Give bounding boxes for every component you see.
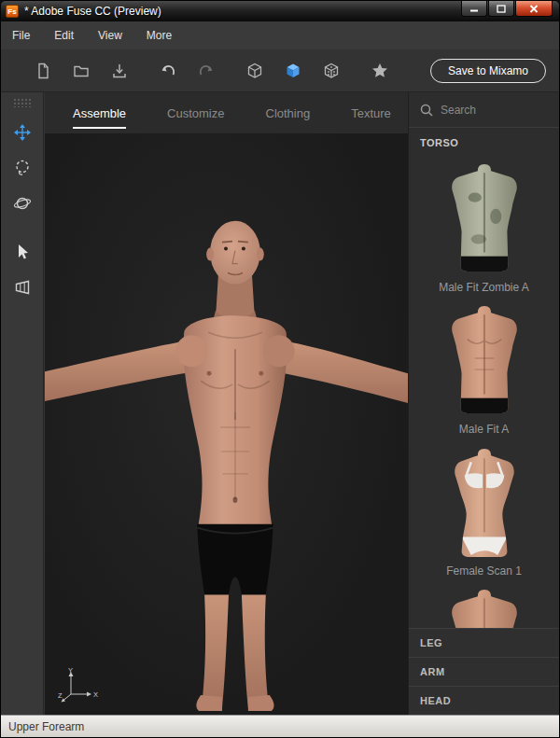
app-window: Fs * Adobe Fuse CC (Preview) File Edit V… xyxy=(0,0,560,738)
axis-gizmo: Y X Z xyxy=(58,666,101,703)
status-text: Upper Forearm xyxy=(8,720,84,733)
lasso-tool-icon xyxy=(13,159,32,177)
section-header-leg[interactable]: LEG xyxy=(409,628,559,657)
view-wireframe-button[interactable] xyxy=(245,61,265,81)
thumbnail-label: Male Fit A xyxy=(459,423,509,436)
lasso-tool-button[interactable] xyxy=(1,150,44,186)
view-textured-button[interactable] xyxy=(321,61,342,81)
move-tool-icon xyxy=(13,123,32,142)
torso-male-thumbnail xyxy=(436,303,533,417)
search-icon xyxy=(420,104,433,117)
character-model[interactable] xyxy=(45,133,408,715)
search-bar xyxy=(409,92,559,128)
torso-thumbnail-list: Male Fit Zombie A xyxy=(409,152,559,628)
menubar: File Edit View More xyxy=(1,21,559,49)
close-icon xyxy=(529,5,539,13)
list-item-torso-male-fit[interactable]: Male Fit A xyxy=(409,294,559,436)
search-input[interactable] xyxy=(441,104,545,117)
axis-y-label: Y xyxy=(68,666,73,675)
section-header-torso[interactable]: TORSO xyxy=(409,128,559,152)
favorites-button[interactable] xyxy=(370,61,390,81)
window-title: * Adobe Fuse CC (Preview) xyxy=(24,5,460,18)
viewport-3d[interactable]: Y X Z xyxy=(45,133,408,715)
list-item-torso-female-scan[interactable]: Female Scan 1 xyxy=(409,436,559,578)
import-button[interactable] xyxy=(109,61,130,81)
cube-textured-icon xyxy=(322,62,341,80)
menu-more[interactable]: More xyxy=(147,29,172,42)
redo-button[interactable] xyxy=(196,61,217,81)
torso-zombie-thumbnail xyxy=(436,161,533,275)
tool-rail xyxy=(1,92,44,715)
thumbnail-label: Male Fit Zombie A xyxy=(439,281,529,294)
new-document-icon xyxy=(34,62,52,80)
maximize-icon xyxy=(497,5,506,13)
tab-clothing[interactable]: Clothing xyxy=(266,106,311,120)
select-tool-icon xyxy=(13,243,32,261)
thumbnail-label: Female Scan 1 xyxy=(446,564,522,578)
axis-x-label: X xyxy=(93,690,98,699)
maximize-button[interactable] xyxy=(488,1,514,17)
tool-rail-grip xyxy=(13,98,31,107)
view-shaded-button[interactable] xyxy=(283,61,303,81)
toolbar: Save to Mixamo xyxy=(1,49,559,92)
save-to-mixamo-button[interactable]: Save to Mixamo xyxy=(430,59,546,83)
move-tool-button[interactable] xyxy=(1,115,44,150)
section-header-arm[interactable]: ARM xyxy=(409,657,559,686)
undo-button[interactable] xyxy=(158,61,178,81)
minimize-button[interactable] xyxy=(461,1,487,17)
list-item-torso-zombie[interactable]: Male Fit Zombie A xyxy=(409,152,559,294)
window-controls xyxy=(460,1,553,17)
camera-tool-button[interactable] xyxy=(1,270,44,305)
titlebar[interactable]: Fs * Adobe Fuse CC (Preview) xyxy=(1,1,559,21)
open-folder-icon xyxy=(72,62,91,80)
list-item-torso-partial[interactable] xyxy=(409,578,559,628)
new-document-button[interactable] xyxy=(33,61,53,81)
close-button[interactable] xyxy=(515,1,553,17)
import-icon xyxy=(110,62,129,80)
star-icon xyxy=(371,62,389,80)
library-panel: TORSO xyxy=(408,92,559,715)
redo-icon xyxy=(197,62,216,80)
menu-file[interactable]: File xyxy=(12,29,30,42)
orbit-tool-button[interactable] xyxy=(1,186,44,221)
select-tool-button[interactable] xyxy=(1,234,44,270)
menu-view[interactable]: View xyxy=(98,29,122,42)
axis-z-label: Z xyxy=(58,691,63,700)
section-header-head[interactable]: HEAD xyxy=(409,686,559,715)
torso-partial-thumbnail xyxy=(436,587,533,628)
tab-assemble[interactable]: Assemble xyxy=(73,106,126,120)
mode-tabs: Assemble Customize Clothing Texture xyxy=(45,92,408,133)
app-logo-icon: Fs xyxy=(6,5,19,18)
tab-customize[interactable]: Customize xyxy=(167,106,224,120)
minimize-icon xyxy=(469,5,479,13)
cube-wireframe-icon xyxy=(245,62,264,80)
torso-female-thumbnail xyxy=(436,445,533,559)
open-folder-button[interactable] xyxy=(71,61,91,81)
undo-icon xyxy=(159,62,177,80)
menu-edit[interactable]: Edit xyxy=(54,29,74,42)
camera-tool-icon xyxy=(13,278,32,297)
orbit-tool-icon xyxy=(13,194,32,213)
tab-texture[interactable]: Texture xyxy=(351,106,391,120)
statusbar: Upper Forearm xyxy=(1,715,559,737)
cube-solid-icon xyxy=(284,62,302,80)
